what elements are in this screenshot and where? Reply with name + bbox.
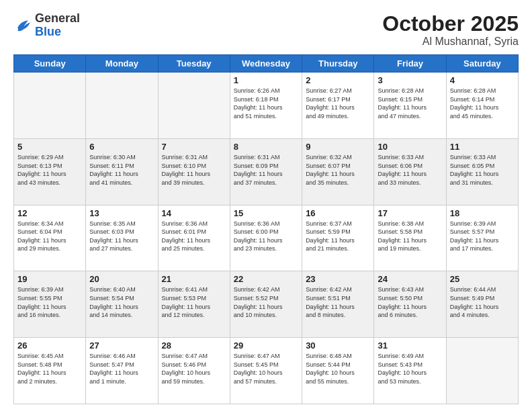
calendar-day-cell: 2Sunrise: 6:27 AM Sunset: 6:17 PM Daylig… <box>302 73 374 139</box>
calendar-day-cell: 9Sunrise: 6:32 AM Sunset: 6:07 PM Daylig… <box>302 138 374 205</box>
calendar-day-cell: 26Sunrise: 6:45 AM Sunset: 5:48 PM Dayli… <box>14 338 86 404</box>
day-info: Sunrise: 6:42 AM Sunset: 5:52 PM Dayligh… <box>234 285 298 319</box>
day-info: Sunrise: 6:41 AM Sunset: 5:53 PM Dayligh… <box>162 285 226 319</box>
calendar-day-header: Wednesday <box>230 55 302 73</box>
day-number: 3 <box>378 75 442 85</box>
calendar-day-cell <box>446 338 518 404</box>
day-info: Sunrise: 6:27 AM Sunset: 6:17 PM Dayligh… <box>306 87 370 120</box>
calendar-day-cell: 23Sunrise: 6:42 AM Sunset: 5:51 PM Dayli… <box>302 271 374 338</box>
day-info: Sunrise: 6:30 AM Sunset: 6:11 PM Dayligh… <box>89 153 154 187</box>
day-info: Sunrise: 6:35 AM Sunset: 6:03 PM Dayligh… <box>89 220 154 253</box>
day-info: Sunrise: 6:39 AM Sunset: 5:55 PM Dayligh… <box>17 285 82 319</box>
day-number: 13 <box>89 208 154 218</box>
day-info: Sunrise: 6:34 AM Sunset: 6:04 PM Dayligh… <box>17 220 82 253</box>
day-info: Sunrise: 6:38 AM Sunset: 5:58 PM Dayligh… <box>378 220 442 253</box>
day-number: 14 <box>162 208 226 218</box>
calendar-day-cell: 3Sunrise: 6:28 AM Sunset: 6:15 PM Daylig… <box>374 73 446 139</box>
calendar-day-cell: 24Sunrise: 6:43 AM Sunset: 5:50 PM Dayli… <box>374 271 446 338</box>
calendar-day-cell: 12Sunrise: 6:34 AM Sunset: 6:04 PM Dayli… <box>14 205 86 271</box>
day-info: Sunrise: 6:28 AM Sunset: 6:15 PM Dayligh… <box>378 87 442 120</box>
calendar-week-row: 12Sunrise: 6:34 AM Sunset: 6:04 PM Dayli… <box>14 205 519 271</box>
calendar-day-cell: 16Sunrise: 6:37 AM Sunset: 5:59 PM Dayli… <box>302 205 374 271</box>
calendar-day-cell: 30Sunrise: 6:48 AM Sunset: 5:44 PM Dayli… <box>302 338 374 404</box>
calendar-day-header: Saturday <box>446 55 518 73</box>
day-info: Sunrise: 6:45 AM Sunset: 5:48 PM Dayligh… <box>17 352 82 385</box>
day-number: 27 <box>89 340 154 351</box>
day-number: 15 <box>234 208 298 218</box>
calendar-day-cell: 1Sunrise: 6:26 AM Sunset: 6:18 PM Daylig… <box>230 73 302 139</box>
calendar-day-cell: 13Sunrise: 6:35 AM Sunset: 6:03 PM Dayli… <box>86 205 158 271</box>
calendar-week-row: 26Sunrise: 6:45 AM Sunset: 5:48 PM Dayli… <box>14 338 519 404</box>
day-number: 16 <box>306 208 370 218</box>
day-info: Sunrise: 6:31 AM Sunset: 6:10 PM Dayligh… <box>162 153 226 187</box>
calendar-day-cell: 14Sunrise: 6:36 AM Sunset: 6:01 PM Dayli… <box>158 205 230 271</box>
calendar-day-cell: 11Sunrise: 6:33 AM Sunset: 6:05 PM Dayli… <box>446 138 518 205</box>
day-number: 1 <box>234 75 298 85</box>
day-number: 7 <box>162 142 226 152</box>
logo-general-text: General <box>35 12 80 26</box>
day-info: Sunrise: 6:36 AM Sunset: 6:01 PM Dayligh… <box>162 220 226 253</box>
day-info: Sunrise: 6:39 AM Sunset: 5:57 PM Dayligh… <box>450 220 515 253</box>
day-number: 28 <box>162 340 226 351</box>
day-number: 24 <box>378 274 442 284</box>
day-number: 4 <box>450 75 515 85</box>
calendar-day-cell: 8Sunrise: 6:31 AM Sunset: 6:09 PM Daylig… <box>230 138 302 205</box>
day-number: 10 <box>378 142 442 152</box>
day-info: Sunrise: 6:29 AM Sunset: 6:13 PM Dayligh… <box>17 153 82 187</box>
calendar-day-cell: 4Sunrise: 6:28 AM Sunset: 6:14 PM Daylig… <box>446 73 518 139</box>
day-number: 22 <box>234 274 298 284</box>
day-info: Sunrise: 6:37 AM Sunset: 5:59 PM Dayligh… <box>306 220 370 253</box>
day-number: 12 <box>17 208 82 218</box>
logo: General Blue <box>13 12 80 39</box>
day-number: 19 <box>17 274 82 284</box>
day-number: 8 <box>234 142 298 152</box>
calendar-day-cell: 17Sunrise: 6:38 AM Sunset: 5:58 PM Dayli… <box>374 205 446 271</box>
calendar-day-cell: 21Sunrise: 6:41 AM Sunset: 5:53 PM Dayli… <box>158 271 230 338</box>
day-number: 18 <box>450 208 515 218</box>
day-number: 21 <box>162 274 226 284</box>
calendar-day-header: Thursday <box>302 55 374 73</box>
page: General Blue October 2025 Al Mushannaf, … <box>0 0 532 411</box>
calendar-week-row: 19Sunrise: 6:39 AM Sunset: 5:55 PM Dayli… <box>14 271 519 338</box>
calendar-day-cell: 18Sunrise: 6:39 AM Sunset: 5:57 PM Dayli… <box>446 205 518 271</box>
day-number: 23 <box>306 274 370 284</box>
calendar-day-header: Tuesday <box>158 55 230 73</box>
day-number: 2 <box>306 75 370 85</box>
calendar-day-header: Monday <box>86 55 158 73</box>
day-info: Sunrise: 6:33 AM Sunset: 6:06 PM Dayligh… <box>378 153 442 187</box>
day-number: 6 <box>89 142 154 152</box>
day-info: Sunrise: 6:48 AM Sunset: 5:44 PM Dayligh… <box>306 352 370 385</box>
page-title: October 2025 <box>382 12 519 36</box>
day-info: Sunrise: 6:46 AM Sunset: 5:47 PM Dayligh… <box>89 352 154 385</box>
calendar-day-cell: 25Sunrise: 6:44 AM Sunset: 5:49 PM Dayli… <box>446 271 518 338</box>
day-info: Sunrise: 6:26 AM Sunset: 6:18 PM Dayligh… <box>234 87 298 120</box>
day-info: Sunrise: 6:47 AM Sunset: 5:46 PM Dayligh… <box>162 352 226 385</box>
day-info: Sunrise: 6:33 AM Sunset: 6:05 PM Dayligh… <box>450 153 515 187</box>
page-subtitle: Al Mushannaf, Syria <box>382 36 519 48</box>
day-number: 20 <box>89 274 154 284</box>
day-number: 17 <box>378 208 442 218</box>
day-info: Sunrise: 6:44 AM Sunset: 5:49 PM Dayligh… <box>450 285 515 319</box>
logo-text: General Blue <box>35 12 80 39</box>
day-number: 25 <box>450 274 515 284</box>
calendar-day-cell: 22Sunrise: 6:42 AM Sunset: 5:52 PM Dayli… <box>230 271 302 338</box>
day-number: 30 <box>306 340 370 351</box>
calendar-day-cell: 10Sunrise: 6:33 AM Sunset: 6:06 PM Dayli… <box>374 138 446 205</box>
header: General Blue October 2025 Al Mushannaf, … <box>13 12 519 48</box>
calendar-week-row: 1Sunrise: 6:26 AM Sunset: 6:18 PM Daylig… <box>14 73 519 139</box>
calendar-day-cell: 31Sunrise: 6:49 AM Sunset: 5:43 PM Dayli… <box>374 338 446 404</box>
day-number: 29 <box>234 340 298 351</box>
day-number: 31 <box>378 340 442 351</box>
calendar-day-cell: 15Sunrise: 6:36 AM Sunset: 6:00 PM Dayli… <box>230 205 302 271</box>
calendar-day-cell: 5Sunrise: 6:29 AM Sunset: 6:13 PM Daylig… <box>14 138 86 205</box>
calendar-day-cell: 27Sunrise: 6:46 AM Sunset: 5:47 PM Dayli… <box>86 338 158 404</box>
calendar-week-row: 5Sunrise: 6:29 AM Sunset: 6:13 PM Daylig… <box>14 138 519 205</box>
day-number: 9 <box>306 142 370 152</box>
day-info: Sunrise: 6:49 AM Sunset: 5:43 PM Dayligh… <box>378 352 442 385</box>
day-info: Sunrise: 6:42 AM Sunset: 5:51 PM Dayligh… <box>306 285 370 319</box>
day-number: 5 <box>17 142 82 152</box>
calendar-day-header: Sunday <box>14 55 86 73</box>
calendar-day-cell: 29Sunrise: 6:47 AM Sunset: 5:45 PM Dayli… <box>230 338 302 404</box>
logo-blue-text: Blue <box>35 26 80 39</box>
day-info: Sunrise: 6:31 AM Sunset: 6:09 PM Dayligh… <box>234 153 298 187</box>
